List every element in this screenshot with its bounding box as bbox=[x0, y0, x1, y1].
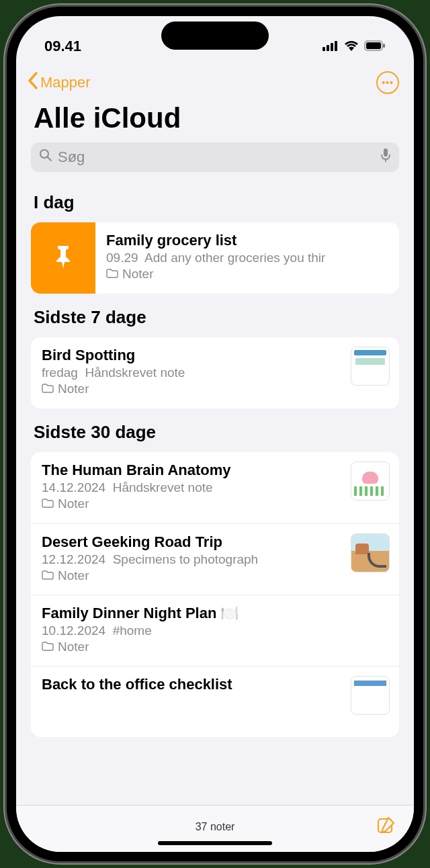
search-placeholder: Søg bbox=[58, 148, 375, 166]
folder-icon bbox=[42, 640, 54, 654]
note-subtitle: 10.12.2024 #home bbox=[42, 623, 388, 638]
pin-indicator bbox=[31, 222, 95, 294]
note-folder: Noter bbox=[106, 267, 388, 281]
folder-icon bbox=[42, 382, 54, 396]
note-item-dinner[interactable]: Family Dinner Night Plan 🍽️ 10.12.2024 #… bbox=[31, 595, 399, 666]
svg-rect-5 bbox=[366, 42, 381, 49]
back-label: Mapper bbox=[40, 74, 91, 91]
note-title: Family Dinner Night Plan 🍽️ bbox=[42, 605, 388, 622]
page-title: Alle iCloud bbox=[16, 99, 414, 142]
note-subtitle: 09.29 Add any other groceries you thir bbox=[106, 251, 388, 265]
wifi-icon bbox=[344, 38, 359, 55]
section-header-today: I dag bbox=[31, 179, 399, 222]
home-indicator[interactable] bbox=[158, 841, 272, 845]
svg-rect-3 bbox=[335, 41, 337, 51]
svg-point-7 bbox=[40, 150, 48, 158]
note-title: Family grocery list bbox=[106, 232, 388, 249]
search-input[interactable]: Søg bbox=[31, 142, 399, 172]
note-folder: Noter bbox=[42, 382, 340, 396]
svg-rect-6 bbox=[383, 44, 385, 48]
notes-list[interactable]: I dag Family grocery list 09.29 Add any … bbox=[16, 179, 414, 805]
note-subtitle: fredag Håndskrevet note bbox=[42, 365, 340, 380]
section-header-last30: Sidste 30 dage bbox=[31, 408, 399, 452]
note-title: Desert Geeking Road Trip bbox=[42, 533, 340, 551]
ellipsis-icon: ••• bbox=[382, 77, 394, 88]
svg-rect-0 bbox=[322, 47, 325, 51]
folder-icon bbox=[42, 496, 54, 511]
note-subtitle: 12.12.2024 Specimens to photograph bbox=[42, 552, 340, 567]
note-subtitle: 14.12.2024 Håndskrevet note bbox=[42, 480, 340, 495]
note-title: Back to the office checklist bbox=[42, 676, 340, 693]
svg-line-8 bbox=[48, 157, 51, 161]
note-folder: Noter bbox=[42, 640, 388, 654]
folder-icon bbox=[106, 267, 118, 281]
note-thumbnail bbox=[351, 676, 390, 715]
note-item-bird[interactable]: Bird Spotting fredag Håndskrevet note No… bbox=[31, 337, 399, 408]
status-time: 09.41 bbox=[44, 38, 81, 55]
note-folder: Noter bbox=[42, 568, 340, 583]
section-header-last7: Sidste 7 dage bbox=[31, 294, 399, 337]
note-item-desert[interactable]: Desert Geeking Road Trip 12.12.2024 Spec… bbox=[31, 523, 399, 595]
nav-bar: Mapper ••• bbox=[16, 63, 414, 99]
note-thumbnail bbox=[351, 347, 390, 386]
compose-button[interactable] bbox=[376, 815, 396, 838]
chevron-left-icon bbox=[27, 72, 39, 93]
note-title: Bird Spotting bbox=[42, 347, 340, 364]
svg-rect-2 bbox=[331, 43, 333, 51]
note-title: The Human Brain Anatomy bbox=[42, 462, 340, 479]
note-count: 37 noter bbox=[196, 821, 235, 833]
dynamic-island bbox=[161, 21, 269, 50]
pin-icon bbox=[52, 243, 74, 273]
dictation-icon[interactable] bbox=[380, 148, 391, 167]
screen: 09.41 Mapper ••• bbox=[16, 16, 414, 852]
folder-icon bbox=[42, 568, 54, 583]
svg-rect-1 bbox=[327, 45, 329, 51]
more-button[interactable]: ••• bbox=[376, 71, 399, 94]
phone-frame: 09.41 Mapper ••• bbox=[7, 7, 423, 861]
note-thumbnail bbox=[351, 462, 390, 501]
bottom-toolbar: 37 noter bbox=[16, 805, 414, 852]
note-thumbnail bbox=[351, 533, 390, 572]
note-item-brain[interactable]: The Human Brain Anatomy 14.12.2024 Hånds… bbox=[31, 452, 399, 523]
search-icon bbox=[39, 148, 52, 166]
cellular-icon bbox=[322, 38, 339, 55]
note-folder: Noter bbox=[42, 496, 340, 511]
back-button[interactable]: Mapper bbox=[27, 72, 91, 93]
note-item-grocery[interactable]: Family grocery list 09.29 Add any other … bbox=[31, 222, 399, 294]
note-item-office[interactable]: Back to the office checklist bbox=[31, 666, 399, 737]
svg-rect-9 bbox=[384, 148, 388, 157]
battery-icon bbox=[364, 38, 386, 55]
